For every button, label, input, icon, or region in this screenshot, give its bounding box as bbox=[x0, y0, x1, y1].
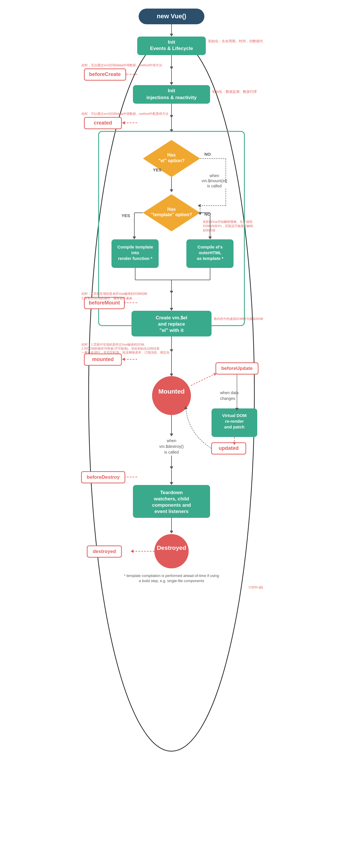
svg-text:is called: is called bbox=[207, 184, 222, 188]
svg-marker-139 bbox=[170, 531, 173, 533]
svg-text:updated: updated bbox=[219, 445, 239, 451]
svg-text:components and: components and bbox=[152, 502, 191, 508]
svg-text:mounted: mounted bbox=[92, 356, 114, 362]
svg-text:此时：1.页面呈现的是未经Vue编译的DOM结构: 此时：1.页面呈现的是未经Vue编译的DOM结构 bbox=[82, 292, 147, 295]
svg-text:vm.$mount(el): vm.$mount(el) bbox=[201, 179, 227, 183]
svg-marker-23 bbox=[170, 115, 173, 118]
svg-marker-76 bbox=[170, 291, 173, 293]
svg-marker-10 bbox=[170, 67, 173, 69]
svg-text:Init: Init bbox=[168, 88, 175, 93]
svg-text:Init: Init bbox=[168, 39, 175, 45]
svg-text:when: when bbox=[166, 438, 176, 443]
svg-text:2.所有对DOM的操作，最终都不奏效: 2.所有对DOM的操作，最终都不奏效 bbox=[82, 297, 132, 300]
svg-marker-91 bbox=[170, 349, 173, 352]
svg-text:CSDN @妹妹123: CSDN @妹妹123 bbox=[249, 586, 263, 589]
svg-text:"el" with it: "el" with it bbox=[160, 328, 183, 333]
svg-marker-100 bbox=[170, 374, 173, 376]
svg-text:beforeCreate: beforeCreate bbox=[89, 71, 121, 77]
svg-text:Teardown: Teardown bbox=[160, 490, 183, 495]
svg-text:* template compilation is perf: * template compilation is performed ahea… bbox=[124, 574, 219, 578]
svg-text:YES: YES bbox=[121, 213, 130, 218]
svg-marker-93 bbox=[122, 358, 125, 361]
svg-text:此时，无法通过vm访问到data中得数据、method中得方: 此时，无法通过vm访问到data中得数据、method中得方法 bbox=[82, 63, 162, 67]
svg-text:Mounted: Mounted bbox=[159, 388, 184, 395]
svg-marker-143 bbox=[131, 550, 134, 553]
svg-text:NO: NO bbox=[204, 152, 211, 157]
svg-text:DOM(内存中)，页面还不能显示解析: DOM(内存中)，页面还不能显示解析 bbox=[203, 224, 253, 228]
svg-text:初始化：生命周期、时间，但数据代理还没开始: 初始化：生命周期、时间，但数据代理还没开始 bbox=[208, 39, 263, 43]
svg-marker-58 bbox=[133, 237, 136, 239]
svg-text:render function *: render function * bbox=[118, 256, 152, 261]
svg-text:created: created bbox=[94, 120, 112, 126]
svg-text:outerHTML: outerHTML bbox=[199, 250, 221, 255]
svg-text:"el" option?: "el" option? bbox=[159, 158, 184, 163]
svg-text:as template *: as template * bbox=[197, 256, 224, 261]
svg-text:Virtual DOM: Virtual DOM bbox=[222, 413, 247, 418]
svg-text:into: into bbox=[131, 250, 139, 255]
svg-marker-121 bbox=[170, 434, 173, 436]
svg-text:Has: Has bbox=[167, 153, 175, 157]
svg-text:此阶段Vue开始解析模板、生产虚拟: 此阶段Vue开始解析模板、生产虚拟 bbox=[203, 220, 253, 223]
svg-text:Compile el's: Compile el's bbox=[198, 245, 223, 249]
svg-text:and patch: and patch bbox=[224, 425, 245, 429]
svg-text:此时，可以通过vm访问到data中得数据、method中配置: 此时，可以通过vm访问到data中得数据、method中配置得方法 bbox=[82, 112, 168, 115]
svg-text:when: when bbox=[209, 174, 219, 178]
svg-text:Compile template: Compile template bbox=[117, 245, 153, 249]
svg-marker-17 bbox=[170, 82, 173, 85]
svg-marker-84 bbox=[170, 308, 173, 311]
diagram-container: new Vue() Init Events & Lifecycle 初始化：生命… bbox=[80, 0, 263, 858]
svg-text:when data: when data bbox=[220, 391, 239, 395]
svg-text:vm.$destroy(): vm.$destroy() bbox=[159, 444, 184, 449]
diagram-svg: new Vue() Init Events & Lifecycle 初始化：生命… bbox=[80, 0, 263, 857]
svg-text:"template" option?: "template" option? bbox=[151, 212, 192, 217]
svg-marker-62 bbox=[208, 237, 212, 239]
svg-marker-25 bbox=[122, 121, 125, 125]
svg-text:and replace: and replace bbox=[158, 321, 185, 327]
svg-text:将内存中的虚拟DOM转为真实DOM插入页面: 将内存中的虚拟DOM转为真实DOM插入页面 bbox=[213, 317, 263, 320]
svg-marker-46 bbox=[170, 189, 173, 192]
svg-text:a build step, e.g. single-file: a build step, e.g. single-file component… bbox=[139, 579, 204, 583]
svg-marker-132 bbox=[170, 482, 173, 485]
svg-text:Destroyed: Destroyed bbox=[157, 545, 187, 551]
svg-marker-126 bbox=[170, 466, 173, 469]
svg-text:好的内容: 好的内容 bbox=[203, 228, 216, 232]
svg-text:destroyed: destroyed bbox=[93, 549, 116, 554]
svg-point-140 bbox=[154, 534, 189, 568]
svg-text:is called: is called bbox=[164, 450, 179, 455]
svg-text:injections & reactivity: injections & reactivity bbox=[146, 95, 197, 100]
svg-text:Create vm.$el: Create vm.$el bbox=[156, 315, 188, 320]
svg-marker-104 bbox=[213, 373, 216, 376]
svg-line-103 bbox=[191, 374, 215, 385]
svg-text:2.对DOM的操作均有效(尽可能免)。至此初始化过程结束: 2.对DOM的操作均有效(尽可能免)。至此初始化过程结束 bbox=[82, 347, 160, 350]
svg-text:beforeUpdate: beforeUpdate bbox=[221, 366, 253, 371]
svg-text:beforeMount: beforeMount bbox=[89, 300, 120, 306]
svg-text:changes: changes bbox=[220, 396, 235, 401]
svg-point-101 bbox=[152, 376, 191, 415]
svg-text:new Vue(): new Vue() bbox=[156, 12, 186, 20]
svg-text:初始化：数据监测、数据代理: 初始化：数据监测、数据代理 bbox=[212, 90, 257, 94]
svg-text:一般在此进行：开启定时器、发送网络请求、订阅消息、绑定自: 一般在此进行：开启定时器、发送网络请求、订阅消息、绑定自 bbox=[82, 351, 170, 354]
svg-text:watchers, child: watchers, child bbox=[154, 496, 189, 501]
svg-text:event listeners: event listeners bbox=[154, 509, 189, 514]
svg-text:beforeDestroy: beforeDestroy bbox=[87, 474, 120, 480]
svg-text:此时：1.页面中呈现的是经过Vue编译的DOM。: 此时：1.页面中呈现的是经过Vue编译的DOM。 bbox=[82, 343, 147, 346]
svg-text:re-render: re-render bbox=[225, 419, 244, 424]
svg-text:YES: YES bbox=[153, 167, 162, 172]
svg-text:Events & Lifecycle: Events & Lifecycle bbox=[150, 46, 193, 51]
svg-marker-4 bbox=[170, 34, 173, 36]
svg-text:Has: Has bbox=[167, 207, 175, 212]
